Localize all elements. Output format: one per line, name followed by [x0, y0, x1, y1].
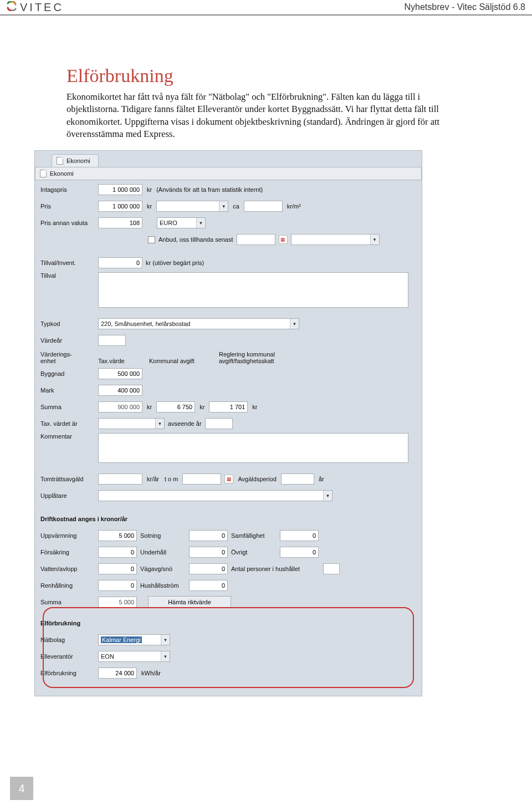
ca-label: ca	[232, 203, 241, 210]
kommunal-heading: Kommunal avgift	[149, 358, 216, 364]
section-label: Ekonomi	[50, 170, 74, 177]
tab-ekonomi[interactable]: Ekonomi	[52, 154, 99, 167]
chevron-down-icon[interactable]: ▼	[196, 218, 205, 228]
page-number: 4	[10, 777, 33, 800]
intagspris-input[interactable]	[98, 184, 142, 195]
uppvarmning-label: Uppvärmning	[40, 532, 95, 539]
tillval-invent-hint: kr (utöver begärt pris)	[146, 259, 204, 266]
underhall-input[interactable]	[189, 547, 228, 558]
mark-input[interactable]	[98, 385, 142, 396]
tomtratt-label: Tomträttsavgäld	[40, 476, 95, 482]
logo-mark-icon	[7, 1, 17, 14]
elleverantor-combo[interactable]: EON ▼	[98, 651, 170, 662]
taxvarde-heading: Tax.värde	[98, 358, 146, 364]
anbud-combo[interactable]: ▼	[291, 234, 380, 245]
hushallsstrom-label: Hushållsström	[140, 582, 186, 589]
avgaldsperiod-input[interactable]	[281, 473, 314, 485]
chevron-down-icon[interactable]: ▼	[290, 319, 299, 329]
tillval-invent-input[interactable]	[98, 257, 142, 268]
vatten-input[interactable]	[98, 563, 137, 574]
anbud-label: Anbud, oss tillhanda senast	[158, 236, 233, 243]
brand-text: VITEC	[20, 1, 64, 14]
kommunal-input[interactable]	[156, 401, 195, 412]
chevron-down-icon[interactable]: ▼	[370, 235, 379, 244]
page-content: Elförbrukning Ekonomikortet har fått två…	[0, 16, 532, 719]
anbud-checkbox[interactable]: Anbud, oss tillhanda senast	[148, 236, 233, 243]
vagavg-label: Vägavg/snö	[140, 566, 186, 572]
chevron-down-icon[interactable]: ▼	[161, 635, 170, 645]
avseende-input[interactable]	[205, 418, 233, 429]
antal-personer-label: Antal personer i hushållet	[231, 566, 320, 572]
sotning-input[interactable]	[189, 530, 228, 541]
antal-personer-input[interactable]	[323, 563, 340, 574]
intagspris-label: Intagspris	[40, 186, 95, 193]
tillval-textarea[interactable]	[98, 272, 408, 308]
unit-kr: kr	[146, 186, 153, 193]
unit-ar: år	[318, 476, 325, 482]
unit-krar: kr/år	[146, 476, 160, 482]
upplatare-combo[interactable]: ▼	[98, 490, 332, 501]
ovrigt-input[interactable]	[280, 547, 319, 558]
drift-summa-label: Summa	[40, 599, 95, 605]
typkod-label: Typkod	[40, 320, 95, 327]
pris-annan-input[interactable]	[98, 217, 142, 228]
natbolag-value: Kalmar Energi	[99, 636, 161, 643]
ovrigt-label: Övrigt	[231, 549, 277, 556]
mark-label: Mark	[40, 387, 95, 394]
kommentar-textarea[interactable]	[98, 433, 408, 463]
byggnad-input[interactable]	[98, 368, 142, 379]
section-header: Ekonomi	[35, 167, 422, 180]
hushallsstrom-input[interactable]	[189, 580, 228, 591]
header-right-text: Nyhetsbrev - Vitec Säljstöd 6.8	[405, 2, 525, 12]
page-header: VITEC Nyhetsbrev - Vitec Säljstöd 6.8	[0, 0, 532, 16]
elleverantor-label: Elleverantör	[40, 653, 95, 660]
page-title: Elförbrukning	[66, 65, 471, 86]
upplatare-label: Upplåtare	[40, 492, 95, 499]
hamta-riktvarde-button[interactable]: Hämta riktvärde	[148, 596, 231, 608]
unit-kr: kr	[251, 404, 258, 410]
sotning-label: Sotning	[140, 532, 186, 539]
unit-krm2: kr/m²	[286, 203, 302, 210]
underhall-label: Underhåll	[140, 549, 186, 556]
pris-input[interactable]	[98, 201, 142, 212]
forsakring-label: Försäkring	[40, 549, 95, 556]
typkod-combo[interactable]: 220, Småhusenhet, helårsbostad ▼	[98, 318, 299, 329]
form-panel: Intagspris kr (Används för att ta fram s…	[35, 182, 422, 696]
avgaldsperiod-label: Avgäldsperiod	[237, 476, 278, 482]
chevron-down-icon[interactable]: ▼	[161, 651, 170, 661]
typkod-value: 220, Småhusenhet, helårsbostad	[99, 320, 290, 327]
calendar-icon[interactable]: ▦	[279, 235, 288, 244]
valuta-combo[interactable]: EURO ▼	[157, 217, 206, 228]
app-window: Ekonomi Ekonomi Intagspris kr (Används f…	[34, 150, 422, 696]
chevron-down-icon[interactable]: ▼	[219, 201, 228, 211]
samfallighet-input[interactable]	[280, 530, 319, 541]
renhallning-input[interactable]	[98, 580, 137, 591]
varderingsenhet-label: Värderings- enhet	[40, 351, 95, 364]
anbud-date-input[interactable]	[237, 234, 275, 245]
unit-kr: kr	[146, 404, 153, 410]
avseende-label: avseende år	[168, 420, 202, 427]
natbolag-label: Nätbolag	[40, 636, 95, 643]
pris-combo[interactable]: ▼	[156, 201, 228, 212]
elforbrukning-input[interactable]	[98, 668, 137, 679]
tab-label: Ekonomi	[66, 157, 90, 164]
reglering-input[interactable]	[209, 401, 248, 412]
tomtratt-input[interactable]	[98, 473, 142, 485]
vagavg-input[interactable]	[189, 563, 228, 574]
vardear-input[interactable]	[98, 335, 126, 346]
drift-summa-input	[98, 597, 137, 608]
tom-label: t o m	[163, 476, 179, 482]
tom-date-input[interactable]	[182, 473, 221, 485]
chevron-down-icon[interactable]: ▼	[155, 419, 164, 429]
forsakring-input[interactable]	[98, 547, 137, 558]
chevron-down-icon[interactable]: ▼	[323, 491, 332, 501]
pris-annan-label: Pris annan valuta	[40, 220, 95, 226]
natbolag-combo[interactable]: Kalmar Energi ▼	[98, 634, 170, 645]
ca-input[interactable]	[244, 201, 283, 212]
tab-strip: Ekonomi	[35, 151, 422, 167]
uppvarmning-input[interactable]	[98, 530, 137, 541]
valuta-value: EURO	[157, 220, 196, 226]
summa-input	[98, 401, 142, 412]
taxvardet-combo[interactable]: ▼	[98, 418, 165, 429]
calendar-icon[interactable]: ▦	[224, 475, 233, 483]
